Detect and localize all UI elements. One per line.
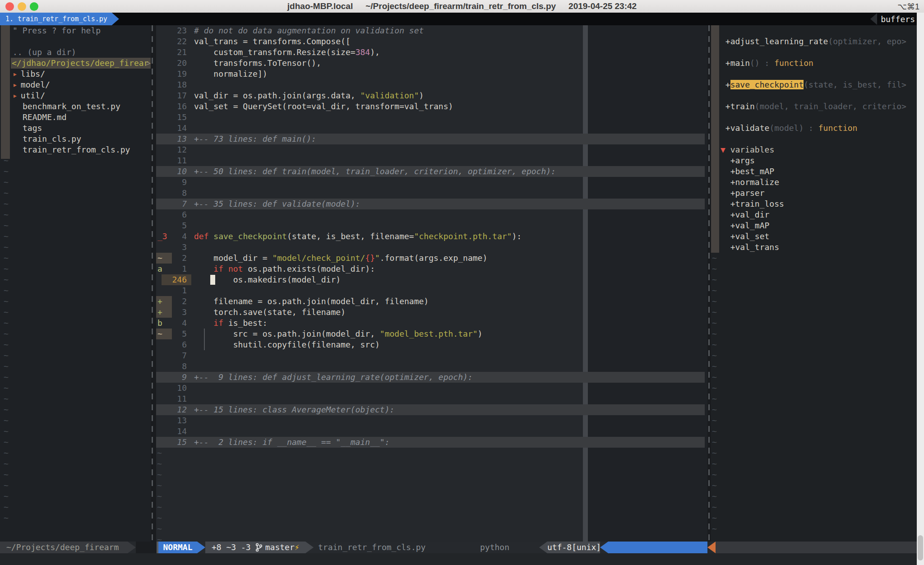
folded-code-line[interactable]: 13+-- 73 lines: def main(): <box>156 134 705 144</box>
code-token: not <box>228 264 243 273</box>
code-token: torch.save(state, filename) <box>194 307 346 317</box>
nerdtree-item-dir[interactable]: ▸util/ <box>0 90 151 101</box>
buffers-label: buffers <box>881 14 915 24</box>
folded-code-line[interactable]: 10+-- 50 lines: def train(model, train_l… <box>156 166 705 177</box>
nerdtree-item-file[interactable]: benchmark_on_test.py <box>0 101 151 112</box>
code-text: if not os.path.exists(model_dir): <box>194 264 375 274</box>
empty-line-tilde: ~ <box>0 361 151 372</box>
empty-line-tilde: ~ <box>711 339 917 350</box>
nerdtree-item-file[interactable]: train_cls.py <box>0 134 151 144</box>
empty-line-tilde: ~ <box>711 480 917 491</box>
code-text: +-- 2 lines: if __name__ == "__main__": <box>194 437 389 448</box>
nerdtree-blank <box>0 36 151 47</box>
vcs-sign: _3 <box>156 231 172 242</box>
sign-column <box>156 36 172 47</box>
folded-code-line[interactable]: 9+-- 9 lines: def adjust_learning_rate(o… <box>156 372 705 383</box>
nerdtree-root-path[interactable]: </jdhao/Projects/deep_firear> <box>11 58 151 69</box>
chevron-right-icon: ▸ <box>13 80 18 89</box>
empty-line-tilde: ~ <box>0 220 151 231</box>
line-number: 1 <box>172 264 187 274</box>
empty-line-tilde: ~ <box>711 426 917 437</box>
folded-code-line[interactable]: 7+-- 35 lines: def validate(model): <box>156 199 705 209</box>
window-separator-right[interactable] <box>708 25 710 542</box>
tagbar-tag[interactable]: +best_mAP <box>711 166 917 177</box>
line-number: 16 <box>172 101 187 112</box>
sign-column <box>156 112 172 123</box>
zoom-button[interactable] <box>30 2 38 11</box>
sign-column <box>156 372 172 383</box>
empty-line-tilde: ~ <box>711 404 917 415</box>
highlighted-tag: save_checkpoint <box>730 80 804 89</box>
code-line: a1 if not os.path.exists(model_dir): <box>156 264 707 274</box>
tagbar-tag[interactable]: +val_dir <box>711 209 917 220</box>
empty-line-tilde: ~ <box>711 296 917 307</box>
line-number: 7 <box>172 350 187 361</box>
tagbar-tag[interactable]: ▼ variables <box>711 144 917 155</box>
tagbar-tag[interactable]: +val_set <box>711 231 917 242</box>
nerdtree-item-dir[interactable]: ▸libs/ <box>0 69 151 79</box>
code-token: benchmark_on_test.py <box>23 102 120 111</box>
code-text: +-- 15 lines: class AverageMeter(object)… <box>194 404 394 415</box>
tab-train-retr-from-cls[interactable]: 1. train_retr_from_cls.py <box>0 13 119 25</box>
buffers-toggle[interactable]: buffers <box>870 13 915 25</box>
line-number: 7 <box>172 199 187 209</box>
code-line: 21 custom_transform.Resize(size=384), <box>156 47 707 58</box>
folded-code-line[interactable]: 15+-- 2 lines: if __name__ == "__main__"… <box>156 437 705 448</box>
empty-line-tilde: ~ <box>711 329 917 339</box>
tagbar-tag[interactable]: +save_checkpoint(state, is_best, fil> <box>711 79 917 90</box>
code-token: transforms.ToTensor(), <box>194 58 321 68</box>
tagbar-tag[interactable]: +validate(model) : function <box>711 123 917 134</box>
folded-code-line[interactable]: 12+-- 15 lines: class AverageMeter(objec… <box>156 404 705 415</box>
code-text: if is_best: <box>194 318 268 329</box>
close-button[interactable] <box>5 2 14 11</box>
code-editor-pane[interactable]: 23# do not do data augmentation on valid… <box>156 25 707 542</box>
tagbar-blank-line <box>711 69 917 79</box>
line-number: 15 <box>172 437 187 448</box>
tagbar-tag[interactable]: +normalize <box>711 177 917 188</box>
empty-line-tilde: ~ <box>0 437 151 448</box>
tagbar-tag[interactable]: +train(model, train_loader, criterio> <box>711 101 917 112</box>
code-token: () : <box>750 58 774 68</box>
empty-line-tilde: ~ <box>0 166 151 177</box>
empty-line-tilde: ~ <box>0 318 151 329</box>
vcs-sign: + <box>156 296 172 307</box>
empty-line-tilde: ~ <box>0 231 151 242</box>
code-line: +2 filename = os.path.join(model_dir, fi… <box>156 296 707 307</box>
sign-column <box>156 199 172 209</box>
tagbar-tag[interactable]: +parser <box>711 188 917 199</box>
nerdtree-pane: " Press ? for help.. (up a dir)</jdhao/P… <box>0 25 151 542</box>
tagbar-tag[interactable]: +train_loss <box>711 199 917 209</box>
indent-guide <box>204 329 205 339</box>
window-separator-left[interactable] <box>152 25 153 542</box>
code-text: +-- 35 lines: def validate(model): <box>194 199 360 209</box>
code-token: os.path.exists(model_dir): <box>243 264 375 273</box>
nerdtree-item-file[interactable]: README.md <box>0 112 151 123</box>
sign-column <box>156 394 172 404</box>
git-hunks: +8 ~3 -3 <box>212 542 251 553</box>
sign-column <box>156 188 172 199</box>
tab-bar: 1. train_retr_from_cls.py buffers <box>0 13 924 25</box>
nerdtree-up[interactable]: .. (up a dir) <box>0 47 151 58</box>
macos-scrollbar-thumb[interactable] <box>918 535 923 560</box>
nerdtree-item-file[interactable]: train_retr_from_cls.py <box>0 144 151 155</box>
mark-sign: a <box>156 264 172 274</box>
minimize-button[interactable] <box>18 2 26 11</box>
tagbar-tag[interactable]: +args <box>711 155 917 166</box>
tagbar-tag[interactable]: +adjust_learning_rate(optimizer, epo> <box>711 36 917 47</box>
code-token: src = os.path.join(model_dir, <box>194 329 380 338</box>
code-line: 7 <box>156 350 707 361</box>
tagbar-tag[interactable]: +val_mAP <box>711 220 917 231</box>
line-number: 3 <box>172 242 187 253</box>
empty-line-tilde: ~ <box>0 339 151 350</box>
tagbar-tag[interactable]: +main() : function <box>711 58 917 69</box>
empty-line-tilde: ~ <box>156 448 707 458</box>
nerdtree-item-dir[interactable]: ▸model/ <box>0 79 151 90</box>
empty-line-tilde: ~ <box>711 394 917 404</box>
sign-column <box>156 79 172 90</box>
sign-column <box>156 274 172 285</box>
code-token: os.makedirs(model_dir) <box>194 275 341 284</box>
tagbar-tag[interactable]: +val_trans <box>711 242 917 253</box>
code-text: # do not do data augmentation on validat… <box>194 25 424 36</box>
powerline-arrow-icon <box>600 542 608 553</box>
nerdtree-item-file[interactable]: tags <box>0 123 151 134</box>
